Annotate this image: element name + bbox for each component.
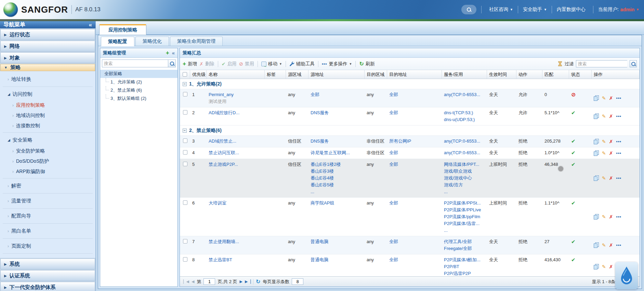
edit-pencil-icon[interactable]: ✎ — [602, 113, 606, 120]
header-menu-item[interactable]: 内置数据中心 — [557, 6, 586, 13]
tab-app-control-policy[interactable]: 应用控制策略 — [99, 24, 146, 35]
column-header[interactable]: 服务/应用 — [442, 70, 487, 79]
copy-icon[interactable] — [594, 114, 599, 119]
delete-x-icon[interactable]: ✗ — [609, 263, 613, 270]
row-checkbox[interactable] — [183, 239, 187, 243]
delete-x-icon[interactable]: ✗ — [609, 213, 613, 220]
column-header[interactable]: 动作 — [516, 70, 542, 79]
sidebar-item[interactable]: ›地址转换 — [0, 73, 95, 85]
policy-name-link[interactable]: 禁止游戏P2P... — [209, 161, 263, 168]
subtab[interactable]: 策略优化 — [135, 37, 169, 46]
sidebar-item[interactable]: ◢访问控制 — [0, 88, 95, 100]
toolbar-button[interactable]: ✗删除 — [199, 61, 214, 67]
row-checkbox[interactable] — [183, 138, 187, 143]
column-header[interactable]: 生效时间 — [487, 70, 516, 79]
edit-pencil-icon[interactable]: ✎ — [602, 263, 606, 270]
sidebar-item[interactable]: ›ARP欺骗防御 — [0, 167, 95, 177]
policy-name-link[interactable]: 禁止访问互联... — [209, 149, 263, 156]
edit-pencil-icon[interactable]: ✎ — [602, 242, 606, 249]
collapse-group-icon[interactable]: − — [183, 82, 187, 86]
current-user-menu[interactable]: 当前用户: admin ▼ — [598, 6, 639, 13]
copy-icon[interactable] — [594, 139, 599, 144]
tree-item[interactable]: 2、禁止策略 (6) — [100, 86, 178, 94]
collapse-group-icon[interactable]: − — [183, 129, 187, 133]
sidebar-item[interactable]: ›应用控制策略 — [0, 100, 95, 110]
policy-name-link[interactable]: AD域控禁止... — [209, 138, 263, 145]
column-header[interactable]: 匹配 — [542, 70, 569, 79]
edit-pencil-icon[interactable]: ✎ — [602, 213, 606, 220]
sidebar-group[interactable]: ▶ 网络 — [0, 41, 95, 52]
column-header[interactable]: 目的地址 — [387, 70, 442, 79]
per-page-input[interactable] — [292, 278, 303, 285]
filter-button[interactable]: 过滤 — [565, 61, 574, 67]
policy-name-link[interactable]: 禁止迅雷BT — [209, 256, 263, 263]
header-menu-item[interactable]: 社区咨询 ▼ — [489, 6, 513, 13]
column-header[interactable]: 优先级 — [190, 70, 207, 79]
page-number-input[interactable] — [203, 278, 215, 285]
sidebar-item[interactable]: ›页面定制 — [0, 240, 95, 252]
policy-name-link[interactable]: Permint_any — [209, 91, 263, 98]
summary-search-input[interactable] — [576, 60, 627, 67]
toolbar-button[interactable]: 辅助工具 — [289, 61, 315, 67]
row-checkbox[interactable] — [183, 110, 187, 115]
sidebar-item[interactable]: ›流量管理 — [0, 195, 95, 207]
refresh-icon[interactable]: ↻ — [256, 279, 260, 285]
edit-pencil-icon[interactable]: ✎ — [602, 175, 606, 182]
group-search-input[interactable] — [102, 59, 168, 67]
edit-pencil-icon[interactable]: ✎ — [602, 95, 606, 102]
first-page-button[interactable]: ◀ — [183, 279, 189, 284]
last-page-button[interactable]: ▶ — [245, 279, 251, 284]
column-header[interactable]: 标签 — [265, 70, 286, 79]
prev-page-button[interactable]: ◀ — [192, 279, 194, 284]
header-search-button[interactable] — [461, 5, 476, 14]
toolbar-button[interactable]: ✔启用 — [222, 61, 237, 67]
more-options-icon[interactable]: ••• — [616, 113, 621, 120]
header-menu-item[interactable]: 安全助手 ▼ — [523, 6, 547, 13]
row-checkbox[interactable] — [183, 150, 187, 155]
toolbar-button[interactable]: •••更多操作 ▼ — [322, 61, 352, 67]
sidebar-item[interactable]: ›配置向导 — [0, 210, 95, 222]
policy-name-link[interactable]: 禁止使用翻墙... — [209, 238, 263, 245]
copy-icon[interactable] — [594, 214, 599, 220]
copy-icon[interactable] — [594, 264, 599, 269]
sidebar-item[interactable]: ›DoS/DDoS防护 — [0, 156, 95, 167]
sidebar-group[interactable]: ▶ 运行状态 — [0, 29, 95, 40]
column-header[interactable]: 操作 — [592, 70, 640, 79]
edit-pencil-icon[interactable]: ✎ — [602, 138, 606, 145]
delete-x-icon[interactable]: ✗ — [609, 242, 613, 249]
row-checkbox[interactable] — [183, 257, 187, 262]
edit-pencil-icon[interactable]: ✎ — [602, 150, 606, 157]
copy-icon[interactable] — [594, 95, 599, 101]
subtab[interactable]: 策略配置 — [101, 37, 134, 46]
sidebar-item[interactable]: ›地域访问控制 — [0, 110, 95, 121]
sidebar-item[interactable]: ›连接数控制 — [0, 121, 95, 131]
column-header[interactable]: 目的区域 — [365, 70, 387, 79]
toolbar-button[interactable]: +新增 — [183, 61, 197, 67]
sidebar-group[interactable]: ▶ 认证系统 — [0, 270, 95, 281]
sidebar-item[interactable]: ›黑白名单 — [0, 225, 95, 237]
more-options-icon[interactable]: ••• — [616, 138, 621, 145]
tree-item[interactable]: 1、允许策略 (2) — [100, 78, 178, 86]
more-options-icon[interactable]: ••• — [616, 175, 621, 182]
policy-name-link[interactable]: AD域控放行D... — [209, 109, 263, 116]
sidebar-item[interactable]: ›解密 — [0, 180, 95, 192]
delete-x-icon[interactable]: ✗ — [609, 95, 613, 102]
next-page-button[interactable]: ▶ — [239, 279, 242, 284]
column-header[interactable]: 名称 — [207, 70, 265, 79]
policy-name-link[interactable]: 大培训室 — [209, 200, 263, 207]
row-checkbox[interactable] — [183, 162, 187, 166]
collapse-panel-icon[interactable]: « — [172, 50, 175, 56]
sidebar-group[interactable]: ▶ 系统 — [0, 259, 95, 269]
more-options-icon[interactable]: ••• — [616, 150, 621, 157]
more-options-icon[interactable]: ••• — [616, 95, 621, 102]
add-group-icon[interactable]: + — [166, 50, 169, 56]
column-header[interactable]: 状态 — [569, 70, 592, 79]
delete-x-icon[interactable]: ✗ — [609, 113, 613, 120]
sidebar-group[interactable]: ▶ 下一代安全防护体系 — [0, 282, 95, 291]
delete-x-icon[interactable]: ✗ — [609, 150, 613, 157]
subtab[interactable]: 策略生命周期管理 — [170, 37, 223, 46]
select-all-checkbox[interactable] — [183, 72, 187, 77]
toolbar-button[interactable]: ↻刷新 — [359, 61, 374, 67]
sidebar-collapse-icon[interactable]: « — [89, 22, 92, 28]
tree-item[interactable]: 全部策略 — [100, 70, 178, 78]
